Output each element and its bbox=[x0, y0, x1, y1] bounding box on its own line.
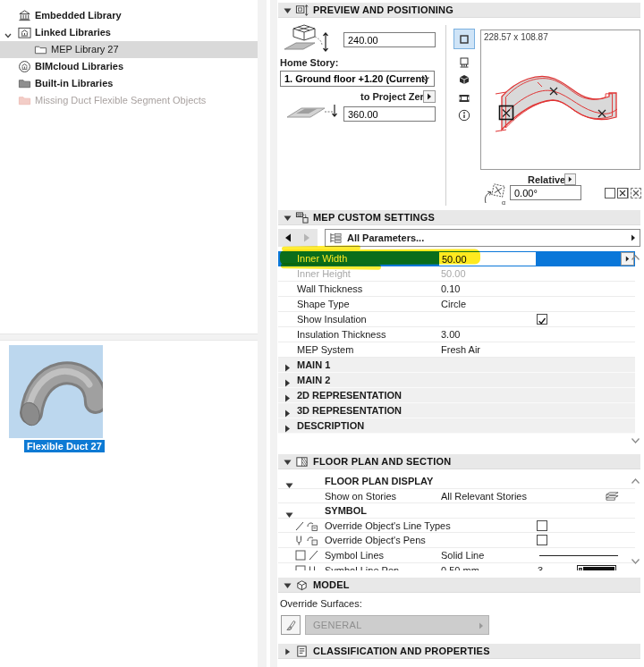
param-row-mep-system[interactable]: MEP SystemFresh Air bbox=[278, 342, 635, 358]
left-scrollbar-track[interactable] bbox=[258, 0, 267, 667]
object-thumbnail[interactable] bbox=[9, 345, 103, 438]
section-title: MODEL bbox=[313, 579, 350, 590]
arrow-right-icon bbox=[479, 622, 484, 629]
nav-back-button[interactable] bbox=[279, 229, 297, 247]
paint-surfaces-button[interactable] bbox=[281, 615, 301, 635]
all-parameters-label: All Parameters... bbox=[347, 232, 424, 243]
rotation-angle-field[interactable] bbox=[510, 185, 581, 200]
nav-forward-button[interactable] bbox=[298, 229, 316, 247]
object-settings-dialog: Embedded LibraryLinked LibrariesMEP Libr… bbox=[0, 0, 644, 667]
override-surfaces-label: Override Surfaces: bbox=[280, 598, 362, 609]
fps-row-symbol[interactable]: SYMBOL bbox=[278, 503, 635, 519]
fps-row-override-object-s-pens[interactable]: Override Object's Pens bbox=[278, 533, 635, 548]
fps-row-symbol-lines[interactable]: Symbol LinesSolid Line bbox=[278, 548, 635, 563]
section-title: FLOOR PLAN AND SECTION bbox=[313, 456, 451, 467]
expand-triangle-icon[interactable] bbox=[284, 376, 292, 384]
symbol-pen-icon bbox=[294, 564, 319, 570]
collapse-triangle-icon[interactable] bbox=[285, 508, 293, 514]
preview-mode-2d-symbol-button[interactable] bbox=[453, 29, 475, 49]
section-header-classification[interactable]: CLASSIFICATION AND PROPERTIES bbox=[278, 644, 640, 659]
pen-color-swatch bbox=[577, 565, 616, 570]
param-value: 0.10 bbox=[441, 282, 460, 297]
expand-triangle-icon[interactable] bbox=[284, 392, 292, 400]
param-group-description[interactable]: DESCRIPTION bbox=[278, 418, 635, 434]
mirror-checkbox-dashed-x[interactable] bbox=[631, 188, 641, 198]
mep-settings-icon bbox=[295, 211, 309, 224]
setting-value: 0.50 mm bbox=[441, 563, 479, 570]
fps-row-show-on-stories[interactable]: Show on StoriesAll Relevant Stories bbox=[278, 489, 635, 504]
preview-info-button[interactable] bbox=[453, 105, 475, 125]
pens-icon bbox=[294, 534, 319, 546]
tree-item-label: Embedded Library bbox=[35, 7, 122, 24]
height-bottom-field[interactable] bbox=[343, 106, 436, 122]
fps-row-override-object-s-line-types[interactable]: Override Object's Line Types bbox=[278, 519, 635, 534]
home-story-dropdown[interactable]: 1. Ground floor +1.20 (Current) bbox=[280, 71, 435, 87]
rotation-angle-icon: α bbox=[481, 182, 508, 206]
section-header-preview[interactable]: PREVIEW AND POSITIONING bbox=[278, 3, 640, 18]
tree-item-label: Built-in Libraries bbox=[35, 75, 113, 92]
tree-item-built-in-libraries[interactable]: Built-in Libraries bbox=[0, 75, 258, 92]
param-group-main-2[interactable]: MAIN 2 bbox=[278, 373, 635, 388]
expand-triangle-icon[interactable] bbox=[284, 361, 292, 369]
x-mark-icon bbox=[631, 189, 640, 198]
scroll-up-icon[interactable] bbox=[631, 477, 640, 485]
param-row-wall-thickness[interactable]: Wall Thickness0.10 bbox=[278, 282, 635, 297]
fps-row-symbol-line-pen[interactable]: Symbol Line Pen0.50 mm3 bbox=[278, 563, 635, 570]
section-header-model[interactable]: MODEL bbox=[278, 578, 640, 593]
param-group-main-1[interactable]: MAIN 1 bbox=[278, 358, 635, 373]
relative-label: Relative bbox=[528, 174, 565, 185]
tree-item-mep-library-27[interactable]: MEP Library 27 bbox=[0, 41, 258, 58]
tree-item-linked-libraries[interactable]: Linked Libraries bbox=[0, 24, 258, 41]
section-title: PREVIEW AND POSITIONING bbox=[313, 4, 453, 15]
collapse-triangle-icon[interactable] bbox=[285, 478, 293, 485]
section-header-floorplan[interactable]: FLOOR PLAN AND SECTION bbox=[278, 454, 640, 469]
tree-item-bimcloud-libraries[interactable]: BIMcloud Libraries bbox=[0, 58, 258, 75]
thumbnail-label: Flexible Duct 27 bbox=[24, 440, 105, 452]
param-group-3d-representation[interactable]: 3D REPRESENTATION bbox=[278, 403, 635, 418]
setting-label: Symbol Lines bbox=[325, 548, 384, 563]
bank-box-icon bbox=[18, 26, 31, 39]
panel-splitter[interactable] bbox=[0, 334, 258, 341]
line-types-icon bbox=[294, 519, 319, 532]
tree-expand-icon[interactable] bbox=[4, 29, 13, 38]
info-icon bbox=[457, 108, 471, 122]
setting-checkbox[interactable] bbox=[537, 535, 547, 545]
section-header-mep[interactable]: MEP CUSTOM SETTINGS bbox=[278, 210, 640, 225]
tree-item-label: Linked Libraries bbox=[35, 24, 111, 41]
scroll-up-icon[interactable] bbox=[631, 254, 640, 261]
tree-item-missing-duct-flexible-segment-objects[interactable]: Missing Duct Flexible Segment Objects bbox=[0, 92, 258, 109]
to-project-zero-button[interactable] bbox=[423, 90, 436, 103]
paintbrush-icon bbox=[284, 619, 298, 632]
cube-3d-icon bbox=[457, 72, 471, 87]
stories-icon[interactable] bbox=[606, 491, 619, 502]
param-checkbox[interactable] bbox=[537, 314, 547, 325]
height-above-story-icon bbox=[283, 22, 333, 55]
preview-mode-3d-button[interactable] bbox=[453, 69, 475, 89]
svg-text:α: α bbox=[502, 199, 505, 206]
folder-outline-icon bbox=[34, 43, 47, 56]
bottom-level-icon bbox=[284, 101, 340, 122]
surface-override-dropdown[interactable]: GENERAL bbox=[305, 615, 489, 635]
fps-row-floor-plan-display[interactable]: FLOOR PLAN DISPLAY bbox=[278, 474, 635, 489]
home-story-label: Home Story: bbox=[280, 57, 338, 68]
height-top-field[interactable] bbox=[343, 32, 436, 47]
floorplan-settings-table: FLOOR PLAN DISPLAYShow on StoriesAll Rel… bbox=[278, 474, 635, 570]
expand-triangle-icon[interactable] bbox=[284, 422, 292, 430]
expand-triangle-icon[interactable] bbox=[284, 407, 292, 415]
tree-item-embedded-library[interactable]: Embedded Library bbox=[0, 7, 258, 24]
relative-options-button[interactable] bbox=[564, 173, 576, 185]
parameter-list-icon bbox=[329, 232, 343, 245]
right-scrollbar-track[interactable] bbox=[270, 0, 277, 667]
param-row-insulation-thickness[interactable]: Insulation Thickness3.00 bbox=[278, 327, 635, 342]
param-group-2d-representation[interactable]: 2D REPRESENTATION bbox=[278, 388, 635, 403]
all-parameters-dropdown[interactable]: All Parameters... bbox=[325, 229, 640, 247]
scroll-down-icon[interactable] bbox=[631, 437, 640, 444]
setting-checkbox[interactable] bbox=[537, 520, 547, 531]
param-value: Circle bbox=[441, 297, 466, 312]
mirror-checkbox-empty[interactable] bbox=[605, 188, 615, 198]
scroll-down-icon[interactable] bbox=[631, 558, 640, 565]
arrow-right-icon bbox=[427, 93, 432, 100]
param-row-shape-type[interactable]: Shape TypeCircle bbox=[278, 297, 635, 312]
mirror-checkbox-x[interactable] bbox=[617, 188, 628, 198]
param-row-show-insulation[interactable]: Show Insulation bbox=[278, 312, 635, 327]
